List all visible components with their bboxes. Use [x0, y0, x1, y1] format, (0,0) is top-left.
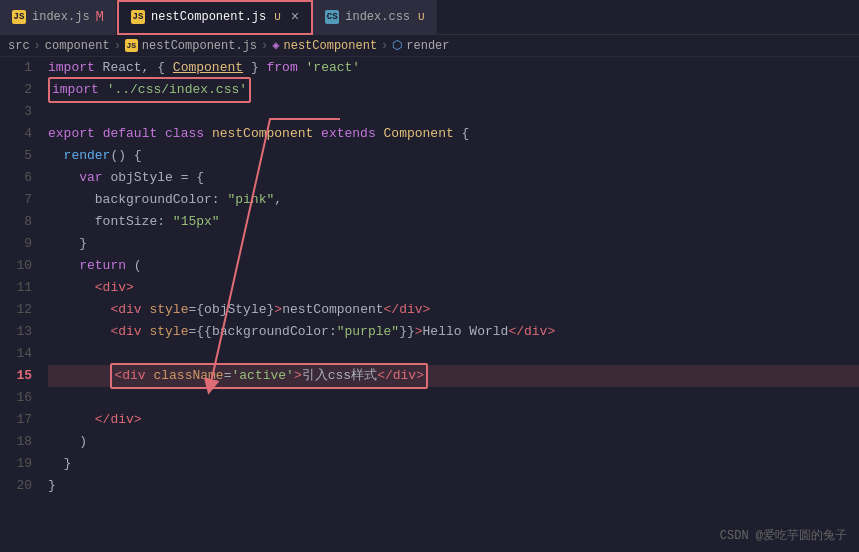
code-line-17: </div>	[48, 409, 859, 431]
code-line-1: import React, { Component } from 'react'	[48, 57, 859, 79]
modified-indicator: U	[418, 11, 425, 23]
close-tab-button[interactable]: ×	[291, 9, 299, 25]
tab-bar: JS index.js M JS nestComponent.js U × CS…	[0, 0, 859, 35]
code-line-18: )	[48, 431, 859, 453]
modified-indicator: M	[96, 9, 104, 25]
code-line-9: }	[48, 233, 859, 255]
modified-indicator: U	[274, 11, 281, 23]
code-line-6: var objStyle = {	[48, 167, 859, 189]
tab-label: index.css	[345, 10, 410, 24]
component-icon: ◈	[272, 38, 279, 53]
js-icon: JS	[12, 10, 26, 24]
css-icon: CS	[325, 10, 339, 24]
watermark: CSDN @爱吃芋圆的兔子	[720, 527, 847, 544]
tab-index-js[interactable]: JS index.js M	[0, 0, 117, 35]
code-line-14	[48, 343, 859, 365]
editor: 1 2 3 4 5 6 7 8 9 10 11 12 13 14 15 16 1…	[0, 57, 859, 552]
code-line-13: <div style={{backgroundColor:"purple"}}>…	[48, 321, 859, 343]
code-line-15: <div className='active'>引入css样式</div>	[48, 365, 859, 387]
code-area: import React, { Component } from 'react'…	[40, 57, 859, 552]
code-line-8: fontSize: "15px"	[48, 211, 859, 233]
code-line-5: render() {	[48, 145, 859, 167]
code-line-16	[48, 387, 859, 409]
js-breadcrumb-icon: JS	[125, 39, 138, 52]
code-line-3	[48, 101, 859, 123]
breadcrumb: src › component › JS nestComponent.js › …	[0, 35, 859, 57]
code-line-19: }	[48, 453, 859, 475]
js-icon: JS	[131, 10, 145, 24]
line-numbers: 1 2 3 4 5 6 7 8 9 10 11 12 13 14 15 16 1…	[0, 57, 40, 552]
tab-nest-component-js[interactable]: JS nestComponent.js U ×	[117, 0, 313, 35]
code-line-11: <div>	[48, 277, 859, 299]
tab-label: nestComponent.js	[151, 10, 266, 24]
code-line-7: backgroundColor: "pink",	[48, 189, 859, 211]
code-line-4: export default class nestComponent exten…	[48, 123, 859, 145]
tab-label: index.js	[32, 10, 90, 24]
tab-index-css[interactable]: CS index.css U	[313, 0, 437, 35]
code-line-20: }	[48, 475, 859, 497]
code-line-10: return (	[48, 255, 859, 277]
code-line-12: <div style={objStyle}>nestComponent</div…	[48, 299, 859, 321]
code-line-2: import '../css/index.css'	[48, 79, 859, 101]
